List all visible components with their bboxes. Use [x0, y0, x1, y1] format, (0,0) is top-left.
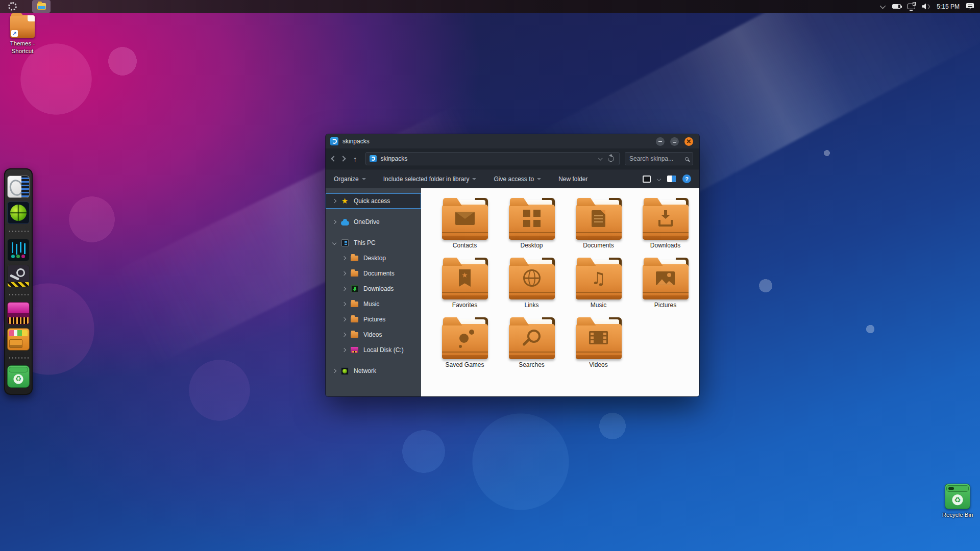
toolbar-organize-button[interactable]: Organize	[334, 176, 366, 183]
bookmark-glyph-icon	[442, 266, 488, 290]
preview-pane-icon[interactable]	[643, 176, 651, 183]
close-button[interactable]	[684, 137, 693, 146]
system-tray: 5:15 PM	[881, 3, 974, 10]
sidebar-item-this-pc[interactable]: This PC	[326, 235, 421, 251]
up-button[interactable]: ↑	[353, 155, 357, 163]
dock-cabinet-icon[interactable]	[7, 328, 30, 350]
sidebar-item-desktop[interactable]: Desktop	[326, 251, 421, 266]
sidebar-item-local-disk-c[interactable]: Local Disk (C:)	[326, 342, 421, 358]
refresh-icon[interactable]	[607, 155, 616, 163]
toolbar-give-access-to-button[interactable]: Give access to	[494, 176, 541, 183]
folder-icon	[350, 254, 359, 262]
volume-icon[interactable]	[922, 4, 930, 10]
doc-glyph-icon	[576, 207, 622, 230]
minimize-button[interactable]	[656, 137, 665, 146]
display-icon[interactable]	[908, 4, 915, 9]
address-dropdown-icon[interactable]	[598, 156, 602, 160]
address-bar[interactable]: skinpacks	[365, 152, 620, 165]
action-center-icon[interactable]	[966, 3, 974, 10]
folder-tile-downloads[interactable]: Downloads	[632, 196, 699, 256]
folder-icon	[350, 269, 359, 278]
folder-tile-favorites[interactable]: Favorites	[431, 256, 498, 316]
toolbar-include-selected-folder-in-library-button[interactable]: Include selected folder in library	[383, 176, 477, 183]
desktop-shortcut-themes[interactable]: ↗ Themes - Shortcut	[4, 15, 41, 55]
command-right-icons	[643, 174, 691, 183]
recycle-bin-slot	[948, 487, 954, 490]
dock-recycle-icon[interactable]	[7, 365, 30, 388]
expander-right-icon[interactable]	[332, 220, 336, 224]
folder-tile-label: Desktop	[520, 242, 543, 249]
dock	[4, 168, 33, 395]
globe-glyph-icon	[509, 266, 555, 290]
window-controls	[656, 137, 693, 146]
folder-tile-searches[interactable]: Searches	[498, 316, 565, 375]
expander-right-icon[interactable]	[342, 256, 346, 260]
sidebar-item-network[interactable]: Network	[326, 363, 421, 379]
desktop-recycle-bin[interactable]: Recycle Bin	[938, 484, 977, 519]
dots-glyph-icon	[442, 326, 488, 349]
grid-glyph-icon	[509, 207, 555, 230]
folder-tile-videos[interactable]: Videos	[565, 316, 632, 375]
sidebar-section: Quick access	[326, 193, 421, 209]
expander-right-icon[interactable]	[342, 271, 346, 276]
maximize-button[interactable]	[670, 137, 679, 146]
taskbar-file-explorer-button[interactable]	[32, 0, 51, 13]
folder-icon	[350, 315, 359, 323]
dock-disk-icon[interactable]	[7, 302, 30, 324]
sidebar-section: This PCDesktopDocumentsDownloadsMusicPic…	[326, 235, 421, 358]
toolbar-new-folder-button[interactable]: New folder	[558, 176, 587, 183]
sidebar-item-downloads[interactable]: Downloads	[326, 281, 421, 296]
chevron-down-icon[interactable]	[880, 3, 886, 8]
expander-right-icon[interactable]	[342, 287, 346, 291]
sidebar-item-pictures[interactable]: Pictures	[326, 312, 421, 327]
folder-icon	[509, 198, 555, 240]
sidebar-item-label: Local Disk (C:)	[363, 346, 404, 354]
sidebar-item-onedrive[interactable]: OneDrive	[326, 214, 421, 230]
dock-browser-icon[interactable]	[7, 202, 30, 224]
expander-right-icon[interactable]	[342, 302, 346, 306]
folder-icon	[350, 300, 359, 308]
folder-icon	[576, 198, 622, 240]
search-input[interactable]: Search skinpa...	[625, 152, 693, 165]
sidebar-item-label: Network	[354, 367, 376, 374]
sidebar-item-music[interactable]: Music	[326, 296, 421, 312]
folder-tile-saved-games[interactable]: Saved Games	[431, 316, 498, 375]
expander-down-icon[interactable]	[332, 241, 336, 245]
cloud-icon	[340, 218, 349, 226]
folder-tile-label: Music	[591, 302, 606, 309]
expander-right-icon[interactable]	[342, 317, 346, 321]
sidebar-item-label: Music	[363, 300, 379, 308]
help-icon[interactable]	[682, 174, 691, 183]
expander-right-icon[interactable]	[342, 348, 346, 352]
forward-button[interactable]	[340, 156, 346, 161]
sidebar-item-videos[interactable]: Videos	[326, 327, 421, 342]
folder-tile-desktop[interactable]: Desktop	[498, 196, 565, 256]
back-button[interactable]	[331, 156, 336, 161]
expander-right-icon[interactable]	[332, 369, 336, 373]
folder-tile-contacts[interactable]: Contacts	[431, 196, 498, 256]
details-pane-icon[interactable]	[667, 176, 676, 182]
command-items: OrganizeInclude selected folder in libra…	[334, 176, 588, 183]
dock-computer-icon[interactable]	[7, 176, 30, 198]
download-glyph-icon	[643, 207, 689, 230]
ubuntu-logo-icon[interactable]	[8, 2, 17, 11]
window-titlebar[interactable]: skinpacks	[326, 134, 699, 148]
sidebar-item-quick-access[interactable]: Quick access	[326, 193, 421, 209]
battery-icon[interactable]	[892, 4, 901, 9]
dock-separator	[8, 357, 29, 359]
search-glyph-icon	[509, 326, 555, 349]
sidebar-item-label: Quick access	[354, 197, 390, 205]
dock-steam-icon[interactable]	[7, 265, 30, 287]
search-icon[interactable]	[685, 157, 689, 161]
expander-right-icon[interactable]	[332, 199, 336, 203]
file-explorer-icon	[37, 3, 46, 10]
pc-icon	[340, 239, 349, 247]
folder-tile-music[interactable]: Music	[565, 256, 632, 316]
expander-right-icon[interactable]	[342, 333, 346, 337]
folder-tile-pictures[interactable]: Pictures	[632, 256, 699, 316]
folder-tile-links[interactable]: Links	[498, 256, 565, 316]
folder-tile-documents[interactable]: Documents	[565, 196, 632, 256]
dock-mixer-icon[interactable]	[7, 239, 30, 261]
sidebar-item-documents[interactable]: Documents	[326, 266, 421, 281]
chevron-down-icon[interactable]	[657, 177, 661, 181]
